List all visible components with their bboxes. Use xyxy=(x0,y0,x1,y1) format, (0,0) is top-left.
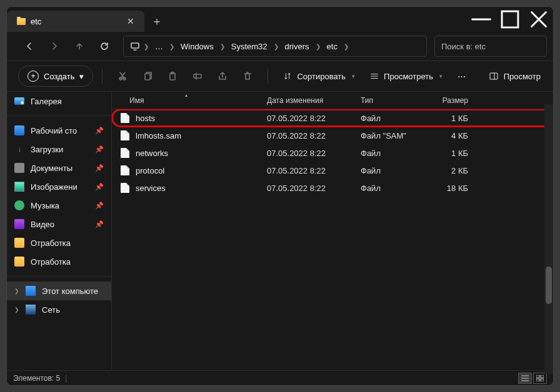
new-tab-button[interactable]: ＋ xyxy=(144,11,169,32)
minimize-button[interactable] xyxy=(467,7,496,32)
sidebar-icon xyxy=(14,163,24,173)
tab-close-icon[interactable]: ✕ xyxy=(127,17,134,26)
sidebar-item[interactable]: Отработка xyxy=(7,233,111,252)
breadcrumb-seg[interactable]: Windows xyxy=(176,39,219,54)
search-input[interactable]: Поиск в: etc xyxy=(434,36,547,57)
plus-circle-icon: + xyxy=(28,71,39,82)
chevron-right-icon: ❯ xyxy=(316,43,321,50)
col-name[interactable]: Имя▴ xyxy=(112,96,267,105)
sidebar-item-gallery[interactable]: Галерея xyxy=(7,92,111,110)
pin-icon: 📌 xyxy=(95,145,104,154)
sidebar-label: Видео xyxy=(31,220,54,229)
col-type[interactable]: Тип xyxy=(361,96,428,105)
sidebar-item[interactable]: Видео📌 xyxy=(7,215,111,233)
copy-button[interactable] xyxy=(136,65,159,87)
sidebar-label: Отработка xyxy=(31,257,71,267)
monitor-icon xyxy=(128,35,142,57)
pc-icon xyxy=(26,286,36,296)
chevron-down-icon: ▾ xyxy=(439,73,442,79)
maximize-button[interactable] xyxy=(496,7,524,32)
more-button[interactable]: ⋯ xyxy=(451,66,472,87)
network-icon xyxy=(26,305,36,315)
sidebar-label: Сеть xyxy=(42,305,60,315)
file-type: Файл xyxy=(361,166,428,175)
preview-pane-button[interactable]: Просмотр xyxy=(482,71,547,81)
view-dropdown[interactable]: Просмотреть ▾ xyxy=(364,66,449,87)
scrollbar-thumb[interactable] xyxy=(546,267,552,304)
sidebar-icon xyxy=(14,200,24,210)
pin-icon: 📌 xyxy=(95,220,104,228)
file-type: Файл xyxy=(361,114,428,123)
sidebar-scrollbar[interactable] xyxy=(544,104,553,374)
column-headers: Имя▴ Дата изменения Тип Размер xyxy=(112,92,553,109)
svg-rect-4 xyxy=(145,74,150,80)
separator xyxy=(102,69,102,84)
tab-current[interactable]: etc ✕ xyxy=(7,11,144,32)
nav-row: ❯ … ❯ Windows ❯ System32 ❯ drivers ❯ etc… xyxy=(7,32,553,61)
svg-rect-11 xyxy=(536,379,539,381)
file-date: 07.05.2022 8:22 xyxy=(267,149,361,158)
sidebar-item[interactable]: Музыка📌 xyxy=(7,196,111,215)
chevron-down-icon: ▾ xyxy=(79,72,84,81)
col-size[interactable]: Размер xyxy=(428,96,478,105)
svg-rect-10 xyxy=(541,375,544,378)
file-row[interactable]: services07.05.2022 8:22Файл18 КБ xyxy=(112,179,553,197)
file-date: 07.05.2022 8:22 xyxy=(267,114,361,123)
chevron-right-icon: ❯ xyxy=(14,288,19,294)
view-mode-switch xyxy=(518,373,547,384)
details-view-button[interactable] xyxy=(518,373,532,384)
sidebar-icon xyxy=(14,125,24,135)
file-size: 2 КБ xyxy=(428,166,478,175)
back-button[interactable] xyxy=(18,35,41,57)
view-label: Просмотреть xyxy=(384,72,433,81)
share-button[interactable] xyxy=(211,65,234,87)
sidebar-item[interactable]: Рабочий сто📌 xyxy=(7,121,111,140)
thumbnails-view-button[interactable] xyxy=(533,373,547,384)
separator xyxy=(7,276,111,277)
sort-dropdown[interactable]: Сортировать ▾ xyxy=(277,66,361,87)
sidebar-item-thispc[interactable]: ❯ Этот компьюте xyxy=(7,282,111,300)
breadcrumb-seg[interactable]: System32 xyxy=(226,39,272,54)
breadcrumb-seg[interactable]: drivers xyxy=(280,39,314,54)
rename-button[interactable] xyxy=(186,65,209,87)
paste-button[interactable] xyxy=(161,65,184,87)
sort-asc-icon: ▴ xyxy=(185,92,188,98)
breadcrumb-ellipsis[interactable]: … xyxy=(150,39,168,54)
pin-icon: 📌 xyxy=(95,164,104,172)
pin-icon: 📌 xyxy=(95,183,104,191)
file-row[interactable]: hosts07.05.2022 8:22Файл1 КБ xyxy=(112,109,553,127)
cut-button[interactable] xyxy=(111,65,134,87)
col-date[interactable]: Дата изменения xyxy=(267,96,361,105)
forward-button[interactable] xyxy=(43,35,66,57)
content-area: Имя▴ Дата изменения Тип Размер hosts07.0… xyxy=(112,92,553,370)
preview-label: Просмотр xyxy=(504,72,541,81)
status-bar: Элементов: 5 | xyxy=(7,370,553,385)
sidebar-item[interactable]: Документы📌 xyxy=(7,159,111,177)
refresh-button[interactable] xyxy=(93,35,116,57)
svg-rect-7 xyxy=(194,74,201,78)
sidebar-item[interactable]: Изображени📌 xyxy=(7,177,111,196)
sidebar-item[interactable]: Загрузки📌 xyxy=(7,140,111,159)
file-size: 18 КБ xyxy=(428,184,478,193)
sidebar-item-network[interactable]: ❯ Сеть xyxy=(7,300,111,319)
sort-label: Сортировать xyxy=(297,72,346,81)
close-button[interactable] xyxy=(524,7,553,32)
new-button[interactable]: + Создать ▾ xyxy=(18,66,93,87)
file-size: 1 КБ xyxy=(428,149,478,158)
file-row[interactable]: lmhosts.sam07.05.2022 8:22Файл "SAM"4 КБ xyxy=(112,127,553,144)
address-bar[interactable]: ❯ … ❯ Windows ❯ System32 ❯ drivers ❯ etc… xyxy=(123,36,427,57)
up-button[interactable] xyxy=(68,35,91,57)
sidebar-icon xyxy=(14,144,24,154)
file-row[interactable]: networks07.05.2022 8:22Файл1 КБ xyxy=(112,144,553,162)
breadcrumb-seg[interactable]: etc xyxy=(322,39,342,54)
sidebar: Галерея Рабочий сто📌Загрузки📌Документы📌И… xyxy=(7,92,112,370)
tab-title: etc xyxy=(31,17,41,26)
file-row[interactable]: protocol07.05.2022 8:22Файл2 КБ xyxy=(112,162,553,179)
new-label: Создать xyxy=(44,72,74,81)
titlebar: etc ✕ ＋ xyxy=(7,7,553,32)
delete-button[interactable] xyxy=(236,65,259,87)
file-icon xyxy=(121,130,129,140)
sidebar-item[interactable]: Отработка xyxy=(7,252,111,271)
file-icon xyxy=(121,183,129,193)
sidebar-label: Загрузки xyxy=(31,145,63,154)
